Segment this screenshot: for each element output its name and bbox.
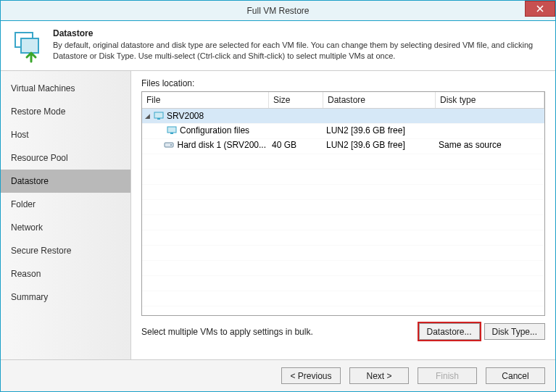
column-header-datastore[interactable]: Datastore [323, 92, 436, 108]
table-body[interactable]: ◢SRV2008Configuration filesLUN2 [39.6 GB… [142, 109, 544, 315]
files-location-table: File Size Datastore Disk type ◢SRV2008Co… [141, 91, 545, 316]
header: Datastore By default, original datastore… [1, 21, 555, 71]
window-title: Full VM Restore [246, 6, 309, 16]
sidebar-item-network[interactable]: Network [1, 216, 130, 239]
cell-disk-type: Same as source [436, 140, 544, 150]
svg-rect-2 [154, 112, 163, 118]
disk-icon [164, 140, 174, 150]
cell-datastore: LUN2 [39.6 GB free] [323, 125, 436, 135]
table-row[interactable]: Configuration filesLUN2 [39.6 GB free] [142, 123, 544, 138]
disk-type-button[interactable]: Disk Type... [484, 323, 545, 340]
wizard-footer: < Previous Next > Finish Cancel [1, 359, 555, 391]
previous-button[interactable]: < Previous [281, 367, 341, 384]
config-icon [167, 125, 177, 135]
main-panel: Files location: File Size Datastore Disk… [131, 71, 555, 359]
sidebar-item-datastore[interactable]: Datastore [1, 170, 130, 193]
sidebar-item-folder[interactable]: Folder [1, 193, 130, 216]
column-header-disk-type[interactable]: Disk type [436, 92, 544, 108]
vm-icon [154, 111, 164, 121]
wizard-steps-sidebar: Virtual MachinesRestore ModeHostResource… [1, 71, 131, 359]
datastore-restore-icon [11, 28, 46, 63]
sidebar-item-host[interactable]: Host [1, 123, 130, 146]
page-description: By default, original datastore and disk … [53, 40, 545, 62]
files-location-label: Files location: [141, 78, 545, 88]
column-header-size[interactable]: Size [269, 92, 323, 108]
close-icon [536, 5, 544, 12]
finish-button: Finish [418, 367, 477, 384]
sidebar-item-summary[interactable]: Summary [1, 285, 130, 309]
sidebar-item-reason[interactable]: Reason [1, 262, 130, 285]
svg-rect-3 [157, 118, 160, 120]
titlebar: Full VM Restore [1, 1, 555, 21]
page-title: Datastore [53, 28, 545, 38]
cancel-button[interactable]: Cancel [486, 367, 545, 384]
cell-datastore: LUN2 [39.6 GB free] [323, 140, 436, 150]
datastore-button[interactable]: Datastore... [419, 323, 480, 340]
sidebar-item-secure-restore[interactable]: Secure Restore [1, 239, 130, 262]
table-row[interactable]: ◢SRV2008 [142, 109, 544, 123]
svg-rect-4 [167, 127, 176, 133]
next-button[interactable]: Next > [349, 367, 409, 384]
sidebar-item-resource-pool[interactable]: Resource Pool [1, 146, 130, 170]
sidebar-item-virtual-machines[interactable]: Virtual Machines [1, 77, 130, 100]
file-name: Configuration files [180, 125, 249, 135]
sidebar-item-restore-mode[interactable]: Restore Mode [1, 100, 130, 123]
svg-rect-5 [170, 133, 173, 134]
close-button[interactable] [525, 1, 555, 17]
bulk-hint: Select multiple VMs to apply settings in… [141, 327, 415, 337]
tree-toggle-icon[interactable]: ◢ [145, 112, 152, 120]
cell-size: 40 GB [269, 140, 323, 150]
table-header: File Size Datastore Disk type [142, 92, 544, 109]
column-header-file[interactable]: File [142, 92, 269, 108]
svg-rect-1 [21, 38, 38, 53]
table-row[interactable]: Hard disk 1 (SRV200...40 GBLUN2 [39.6 GB… [142, 138, 544, 152]
wizard-window: Full VM Restore Datastore By default, or… [0, 0, 556, 392]
svg-rect-6 [165, 143, 173, 147]
svg-point-7 [170, 144, 172, 146]
file-name: Hard disk 1 (SRV200... [177, 140, 266, 150]
file-name: SRV2008 [167, 111, 204, 121]
